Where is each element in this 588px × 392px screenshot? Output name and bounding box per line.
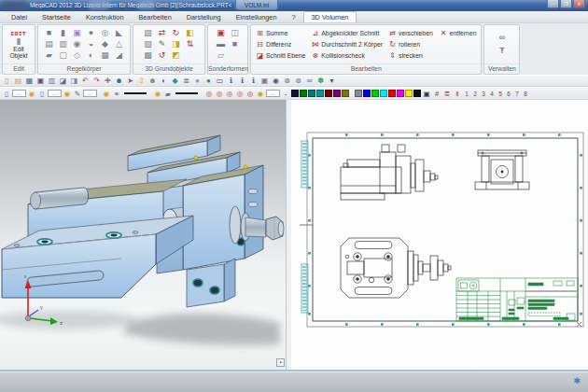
solid-icon[interactable]: ■ [229,39,241,49]
swap-icon[interactable]: ⇄ [156,28,168,38]
save-icon[interactable]: ▦ [24,76,35,86]
tab-einstellungen[interactable]: Einstellungen [229,11,285,22]
strecken-button[interactable]: ⇕strecken [388,51,476,60]
sheet-select-icon[interactable]: ▯ [2,89,11,99]
layer-box[interactable]: ... [12,90,26,97]
sphere-icon[interactable]: ● [85,28,97,38]
plate-icon[interactable]: ▤ [43,39,55,49]
torus-icon[interactable]: ◎ [99,28,111,38]
line-sample[interactable] [124,92,147,94]
sheet-icon[interactable]: ▥ [47,76,57,86]
tab-konstruktion[interactable]: Konstruktion [78,11,132,22]
page-3[interactable]: 3 [480,91,487,97]
summe-button[interactable]: ⊞Summe [256,29,305,37]
color-swatch[interactable] [363,90,371,97]
binoculars-icon[interactable]: ∞ [496,33,508,43]
color-swatch[interactable] [397,90,404,97]
dropdown-icon[interactable]: ▾ [327,76,337,86]
doc-tab-volm[interactable]: VOLM.ini [235,0,278,10]
arrow-up-icon[interactable]: ⇧ [136,76,147,86]
page-1[interactable]: 1 [463,91,470,97]
close-button[interactable]: ✕ [573,0,585,8]
color-swatch[interactable] [371,90,379,97]
lock4-icon[interactable]: ◉ [153,89,162,99]
frame-icon[interactable]: ▢ [57,50,69,61]
face-icon[interactable]: ◧ [184,28,196,38]
differenz-button[interactable]: ⊟Differenz [256,40,305,49]
info-icon[interactable]: ℹ [226,76,236,86]
zoom-in-icon[interactable]: ◎ [215,89,224,99]
color-swatch[interactable] [325,90,332,97]
maximize-button[interactable]: ❐ [560,0,572,8]
flag-icon[interactable]: ‖ [453,89,462,99]
color-swatch[interactable] [316,90,324,97]
zoom-prev-icon[interactable]: ◎ [245,89,255,99]
wedge-icon[interactable]: ◣ [113,28,125,38]
layers-icon[interactable]: ≣ [181,76,191,86]
layout-icon[interactable]: ◨ [69,76,79,86]
flower-icon[interactable]: ✽ [315,76,326,86]
user2-icon[interactable]: ☻ [147,76,158,86]
color-swatch[interactable] [413,90,421,97]
color-swatch[interactable] [333,90,341,97]
eye-icon[interactable]: ◉ [271,76,281,86]
page-4[interactable]: 4 [488,91,496,97]
dome-icon[interactable]: ◒ [85,39,97,49]
circle-green-icon[interactable]: ● [203,76,214,86]
page-2[interactable]: 2 [471,91,479,97]
color-swatch[interactable] [355,90,362,97]
minus-icon[interactable]: - [281,89,290,99]
tab-help[interactable]: ? [284,11,302,22]
edit-objekt-button[interactable]: EDIT ▮ Edit Objekt [6,30,31,60]
rotieren-button[interactable]: ↻rotieren [388,40,476,49]
color-swatch[interactable] [291,90,299,97]
viewport-2d[interactable] [291,100,588,370]
viewport-3d[interactable]: x z y ▪ [0,100,287,370]
new-file-icon[interactable]: ▯ [2,76,12,86]
project-icon[interactable]: ⇅ [184,39,196,49]
hash-icon[interactable]: # [432,89,441,99]
gem-icon[interactable]: ◆ [170,76,180,86]
entfernen-button[interactable]: ✕entfernen [440,29,477,37]
ring-icon[interactable]: ◉ [71,39,83,49]
color-swatch[interactable] [300,90,307,97]
pipe-icon[interactable]: ▥ [57,39,69,49]
pyramid-icon[interactable]: △ [113,39,125,49]
gear2-icon[interactable]: ⊛ [293,76,303,86]
prism-icon[interactable]: ◆ [99,39,111,49]
h-scroll-button[interactable]: ▪ [276,358,285,367]
zoom-fit-icon[interactable]: ◎ [235,89,245,99]
color-swatch[interactable] [342,90,349,97]
pen-box[interactable]: ... [83,90,97,97]
sheet2-icon[interactable]: ▯ [37,89,47,99]
tab-bearbeiten[interactable]: Bearbeiten [131,11,178,22]
group-box[interactable]: ... [48,90,62,97]
rotate-icon[interactable]: ↺ [156,50,168,61]
loft-icon[interactable]: ▩ [142,50,154,61]
page-6[interactable]: 6 [505,91,512,97]
lock3-icon[interactable]: ◉ [102,89,111,99]
cylinder-icon[interactable]: ▮ [57,28,69,38]
open-icon[interactable]: ▤ [13,76,23,86]
move-icon[interactable]: ✚ [103,76,113,86]
box-icon[interactable]: ■ [43,28,55,38]
plane-icon[interactable]: ◩ [170,50,182,61]
tab-datei[interactable]: Datei [4,11,35,22]
tab-startseite[interactable]: Startseite [35,11,78,22]
page-7[interactable]: 7 [513,91,521,97]
extrude-icon[interactable]: ▧ [142,28,154,38]
user-icon[interactable]: ☻ [114,76,124,86]
lock-icon[interactable]: ◉ [27,89,36,99]
linestyle-icon[interactable]: ▰ [163,89,173,99]
delete-tool-icon[interactable]: Ŧ [496,46,508,56]
zoom-out-icon[interactable]: ◎ [225,89,234,99]
pen-icon[interactable]: ✎ [73,89,82,99]
color-swatch[interactable] [380,90,387,97]
slab-icon[interactable]: ▬ [215,39,227,49]
zoom-window-icon[interactable]: ◎ [204,89,214,99]
monitor-icon[interactable]: ▭ [215,76,225,86]
thread-icon[interactable]: ▣ [215,28,227,38]
shell-icon[interactable]: ◫ [229,28,241,38]
status-tray-icon[interactable]: ✱ [573,376,581,385]
verschieben-button[interactable]: ⇄verschieben [388,29,433,37]
